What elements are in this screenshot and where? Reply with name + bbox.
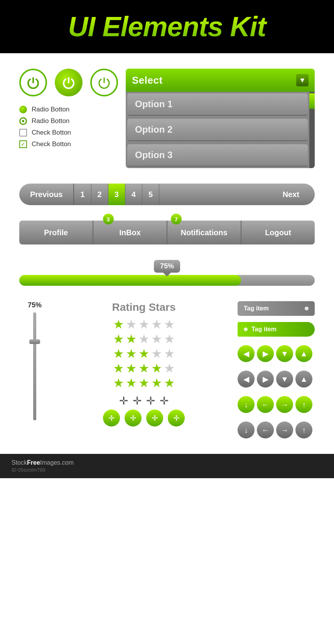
star-filled[interactable]: ★: [113, 333, 124, 345]
move-icon-circle-3[interactable]: ✛: [146, 410, 163, 427]
star-empty[interactable]: ★: [164, 318, 175, 330]
scrollbar-thumb: [309, 93, 315, 109]
slider-section: 75%: [19, 301, 50, 420]
dropdown-scrollbar[interactable]: [309, 92, 315, 168]
arrow-green-up-1[interactable]: ▲: [295, 345, 312, 362]
arrow-gray-play-1[interactable]: ▶: [257, 371, 274, 388]
arrow-green-right2[interactable]: →: [276, 396, 293, 413]
move-icon-1[interactable]: ✛: [119, 394, 128, 407]
progress-tooltip: 75%: [154, 260, 180, 273]
slider-thumb[interactable]: [29, 339, 40, 344]
star-empty[interactable]: ★: [126, 318, 137, 330]
star-filled[interactable]: ★: [138, 347, 150, 360]
dropdown-option-1[interactable]: Option 1: [127, 93, 308, 116]
arrows-grid-gray-2: ↓ ← → ↑: [238, 421, 315, 438]
tab-notifications[interactable]: Notifications: [167, 221, 241, 244]
pagination-page-4[interactable]: 4: [125, 184, 142, 205]
star-filled[interactable]: ★: [113, 318, 124, 330]
move-icon-2[interactable]: ✛: [133, 394, 142, 407]
tab-inbox[interactable]: InBox: [93, 221, 167, 244]
radio-ring-item[interactable]: Radio Botton: [19, 117, 118, 125]
star-filled[interactable]: ★: [113, 362, 124, 374]
arrow-gray-up2[interactable]: ↑: [295, 421, 312, 438]
inbox-badge: 3: [103, 214, 114, 224]
star-filled[interactable]: ★: [113, 347, 124, 360]
check-checked-item[interactable]: ✓ Check Botton: [19, 140, 118, 148]
arrows-grid-gray-1: ◀ ▶ ▼ ▲: [238, 371, 315, 388]
radio-filled-item[interactable]: Radio Botton: [19, 106, 118, 113]
tab-profile[interactable]: Profile: [19, 221, 93, 244]
arrow-gray-down2[interactable]: ↓: [238, 421, 255, 438]
pagination-page-3[interactable]: 3: [108, 184, 125, 205]
move-icon-circle-4[interactable]: ✛: [168, 410, 185, 427]
star-empty[interactable]: ★: [164, 362, 175, 374]
arrow-gray-right2[interactable]: →: [276, 421, 293, 438]
check-empty-item[interactable]: Check Botton: [19, 129, 118, 137]
dropdown-select[interactable]: Select ▼: [126, 69, 315, 92]
dropdown-option-2[interactable]: Option 2: [127, 119, 308, 141]
bottom-section: 75% Rating Stars ★ ★ ★ ★ ★ ★ ★ ★ ★ ★: [19, 301, 315, 438]
pagination-page-5[interactable]: 5: [142, 184, 159, 205]
arrow-green-up2[interactable]: ↑: [295, 396, 312, 413]
star-empty[interactable]: ★: [138, 333, 150, 345]
dropdown-arrow-icon[interactable]: ▼: [296, 74, 309, 86]
stars-row-5: ★ ★ ★ ★ ★: [58, 377, 230, 389]
footer-logo: StockFreeImages.com: [12, 459, 74, 466]
tag-gray-dot: [305, 307, 309, 310]
star-filled[interactable]: ★: [151, 362, 162, 374]
power-buttons-row: [19, 69, 118, 96]
star-filled[interactable]: ★: [126, 362, 137, 374]
arrows-grid-green-1: ◀ ▶ ▼ ▲: [238, 345, 315, 362]
footer-content: StockFreeImages.com ID 05ezolm789: [12, 459, 74, 473]
star-empty[interactable]: ★: [151, 333, 162, 345]
tag-item-gray[interactable]: Tag item: [238, 301, 315, 316]
arrow-green-play-1[interactable]: ▶: [257, 345, 274, 362]
arrow-gray-left2[interactable]: ←: [257, 421, 274, 438]
power-button-thin[interactable]: [90, 69, 118, 96]
slider-label: 75%: [28, 301, 42, 309]
star-filled[interactable]: ★: [113, 377, 124, 389]
star-filled[interactable]: ★: [164, 377, 175, 389]
pagination-next-button[interactable]: Next: [267, 184, 315, 205]
stars-row-3: ★ ★ ★ ★ ★: [58, 347, 230, 360]
pagination-page-2[interactable]: 2: [91, 184, 108, 205]
star-empty[interactable]: ★: [138, 318, 150, 330]
arrow-green-down2[interactable]: ↓: [238, 396, 255, 413]
arrow-gray-down-1[interactable]: ▼: [276, 371, 293, 388]
form-controls: Radio Botton Radio Botton Check Botton ✓…: [19, 106, 118, 148]
star-filled[interactable]: ★: [151, 377, 162, 389]
arrow-green-left-1[interactable]: ◀: [238, 345, 255, 362]
tab-logout[interactable]: Logout: [241, 221, 315, 244]
progress-bar-track[interactable]: [19, 275, 315, 286]
power-button-outline[interactable]: [19, 69, 47, 96]
check-empty-indicator: [19, 129, 27, 137]
arrow-green-down-1[interactable]: ▼: [276, 345, 293, 362]
tags-arrows-section: Tag item Tag item ◀ ▶ ▼ ▲ ◀ ▶ ▼ ▲: [238, 301, 315, 438]
star-filled[interactable]: ★: [126, 377, 137, 389]
move-icon-4[interactable]: ✛: [160, 394, 169, 407]
arrow-gray-up-1[interactable]: ▲: [295, 371, 312, 388]
arrow-green-left2[interactable]: ←: [257, 396, 274, 413]
move-icon-circle-2[interactable]: ✛: [125, 410, 142, 427]
star-empty[interactable]: ★: [151, 318, 162, 330]
star-filled[interactable]: ★: [126, 333, 137, 345]
move-icon-3[interactable]: ✛: [146, 394, 155, 407]
star-empty[interactable]: ★: [151, 347, 162, 360]
star-empty[interactable]: ★: [164, 333, 175, 345]
star-empty[interactable]: ★: [164, 347, 175, 360]
star-filled[interactable]: ★: [126, 347, 137, 360]
radio-filled-indicator: [19, 106, 27, 113]
section-controls: Radio Botton Radio Botton Check Botton ✓…: [19, 69, 315, 168]
pagination-prev-button[interactable]: Previous: [19, 184, 74, 205]
pagination-page-1[interactable]: 1: [74, 184, 91, 205]
tag-item-green[interactable]: Tag item: [238, 322, 315, 337]
star-filled[interactable]: ★: [138, 377, 150, 389]
dropdown-option-3[interactable]: Option 3: [127, 144, 308, 167]
footer-text-images: Images.com: [40, 459, 74, 466]
check-checked-indicator: ✓: [19, 140, 27, 148]
power-button-filled[interactable]: [55, 69, 83, 96]
star-filled[interactable]: ★: [138, 362, 150, 374]
slider-track[interactable]: [33, 312, 36, 420]
move-icon-circle-1[interactable]: ✛: [103, 410, 120, 427]
arrow-gray-left-1[interactable]: ◀: [238, 371, 255, 388]
